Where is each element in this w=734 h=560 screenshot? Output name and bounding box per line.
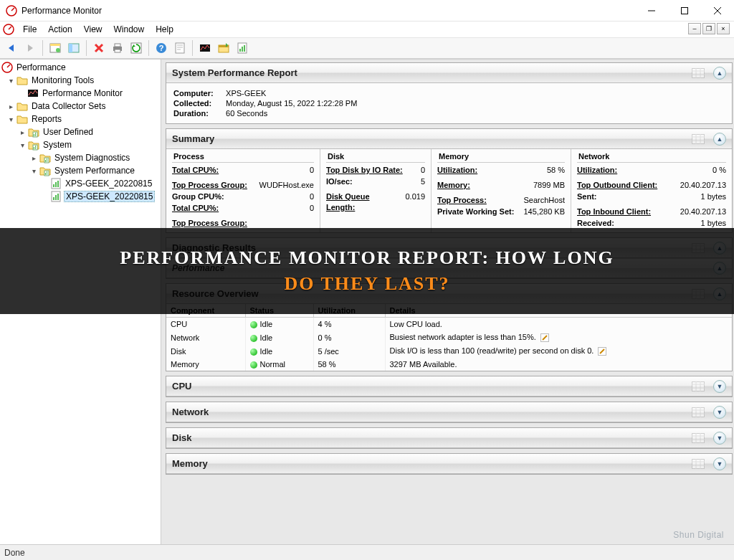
summary-network: Network Utilization:0 % Top Outbound Cli… [571,149,732,232]
panel-header[interactable]: Diagnostic Results ▲ [166,238,732,258]
twisty-icon[interactable]: ▾ [7,77,15,85]
calendar-icon[interactable] [692,289,705,299]
delete-button[interactable] [90,39,108,57]
report-collected: Collected: Monday, August 15, 2022 1:22:… [173,99,725,108]
calendar-icon[interactable] [692,407,705,417]
show-hide-tree-button[interactable] [47,39,64,57]
panel-header[interactable]: CPU ▼ [166,376,732,397]
back-button[interactable] [3,39,20,57]
report-pane[interactable]: System Performance Report ▲ Computer: XP… [161,60,734,544]
maximize-button[interactable] [668,0,701,22]
cell-utilization: 0 % [313,331,385,344]
summary-process: Process Total CPU%:0 Top Process Group:W… [166,149,320,232]
calendar-icon[interactable] [692,381,705,391]
calendar-icon[interactable] [692,243,705,253]
panel-header[interactable]: Network ▼ [166,402,732,422]
svg-rect-21 [239,49,241,52]
calendar-icon[interactable] [692,459,705,469]
cell-component: Network [166,331,245,344]
svg-rect-39 [53,184,54,187]
col-component[interactable]: Component [166,304,245,318]
calendar-icon[interactable] [692,68,705,78]
twisty-icon[interactable]: ▸ [7,103,15,110]
resource-overview-panel: Resource Overview ▲ Component Status Uti… [166,283,733,371]
svg-rect-47 [692,134,705,143]
col-details[interactable]: Details [385,304,732,318]
svg-rect-22 [242,47,243,52]
calendar-icon[interactable] [692,134,705,144]
menubar: File Action View Window Help – ❐ × [0,22,734,37]
tree-perfmon[interactable]: Performance Monitor [0,87,161,100]
panel-header[interactable]: Disk ▼ [166,428,732,448]
twisty-icon[interactable]: ▸ [19,128,27,136]
panel-header[interactable]: Resource Overview ▲ [166,284,732,304]
collapse-toggle[interactable]: ▲ [713,262,726,275]
collapse-toggle[interactable]: ▲ [713,242,726,255]
col-status[interactable]: Status [245,304,313,318]
tree-user-defined[interactable]: ▸ User Defined [0,125,161,138]
data-collector-button[interactable] [215,39,232,57]
sub-title: Performance [172,263,224,273]
panel-header[interactable]: Summary ▲ [166,129,732,149]
watermark: Shun Digital [673,530,724,540]
table-row: DiskIdle5 /secDisk I/O is less than 100 … [166,344,732,358]
expand-toggle[interactable]: ▼ [713,380,726,393]
diagnostic-sub-header[interactable]: Performance ▲ [166,258,732,278]
edit-icon[interactable] [598,347,606,356]
collapse-toggle[interactable]: ▲ [713,288,726,300]
expand-toggle[interactable]: ▼ [713,406,726,419]
twisty-icon[interactable]: ▸ [30,154,38,162]
properties-button[interactable] [65,39,82,57]
minimize-button[interactable] [635,0,668,22]
tree-report-item-selected[interactable]: XPS-GEEK_20220815 [0,190,161,203]
svg-rect-34 [47,158,47,162]
tree-reports[interactable]: ▾ Reports [0,113,161,125]
expand-toggle[interactable]: ▼ [713,432,726,445]
tree-monitoring-tools[interactable]: ▾ Monitoring Tools [0,74,161,87]
tree-report-item[interactable]: XPS-GEEK_20220815 [0,177,161,190]
tree-system-diagnostics[interactable]: ▸ System Diagnostics [0,151,161,164]
tree-system[interactable]: ▾ System [0,138,161,151]
collapse-toggle[interactable]: ▲ [713,67,726,80]
twisty-icon[interactable]: ▾ [30,167,38,175]
collapse-toggle[interactable]: ▲ [713,133,726,146]
tree-system-performance[interactable]: ▾ System Performance [0,164,161,177]
twisty-icon[interactable]: ▾ [19,141,27,149]
mdi-close[interactable]: × [717,23,730,34]
forward-button[interactable] [22,39,39,57]
mdi-restore[interactable]: ❐ [702,23,715,34]
cell-details: 3297 MB Available. [385,358,732,371]
svg-point-7 [56,48,60,52]
tree-label: System Diagnostics [53,153,131,163]
view-log-button[interactable] [171,39,189,57]
report-button[interactable] [234,39,251,57]
col-utilization[interactable]: Utilization [313,304,385,318]
tree-root[interactable]: Performance [0,61,161,74]
menu-action[interactable]: Action [42,23,77,36]
print-button[interactable] [109,39,126,57]
svg-rect-27 [34,134,34,136]
panel-header[interactable]: Memory ▼ [166,454,732,474]
calendar-icon[interactable] [692,433,705,443]
col-heading: Memory [437,152,565,163]
close-button[interactable] [701,0,734,22]
expand-toggle[interactable]: ▼ [713,457,726,470]
status-dot-icon [250,361,257,369]
perfmon-button[interactable] [196,39,214,57]
refresh-button[interactable] [128,39,145,57]
panel-header[interactable]: System Performance Report ▲ [166,63,732,83]
menu-file[interactable]: File [17,23,42,36]
edit-icon[interactable] [540,333,549,342]
help-button[interactable]: ? [153,39,170,57]
cell-status: Idle [245,331,313,344]
twisty-icon[interactable]: ▾ [7,115,15,123]
memory-panel: Memory ▼ [166,453,733,475]
svg-rect-40 [55,182,57,187]
cell-component: CPU [166,318,245,331]
tree-data-collector[interactable]: ▸ Data Collector Sets [0,100,161,113]
menu-help[interactable]: Help [150,23,179,36]
navigation-tree[interactable]: Performance ▾ Monitoring Tools Performan… [0,60,161,544]
menu-view[interactable]: View [78,23,108,36]
mdi-minimize[interactable]: – [688,23,701,34]
menu-window[interactable]: Window [108,23,151,36]
